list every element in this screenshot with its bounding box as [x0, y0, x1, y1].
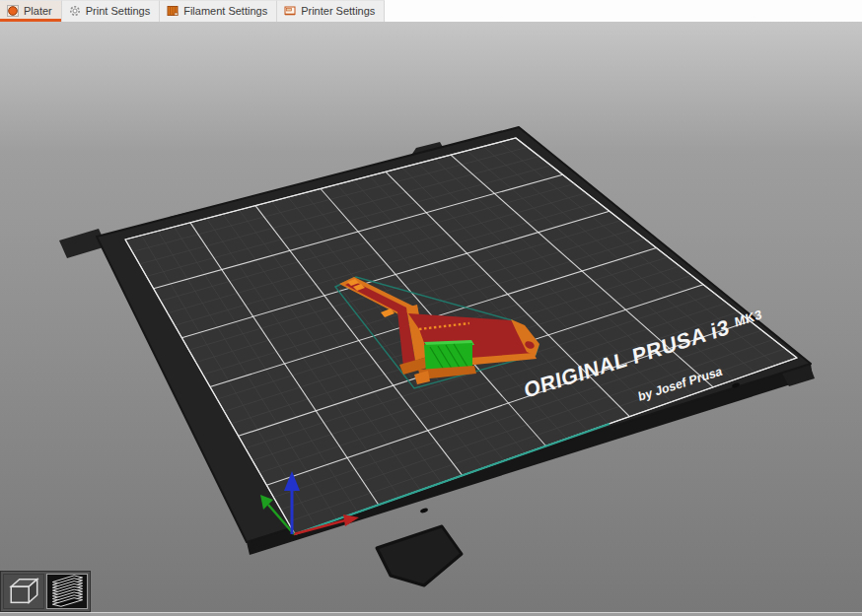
plater-icon — [7, 5, 19, 17]
layers-icon — [47, 575, 87, 608]
tab-bar: Plater Print Settings Fil — [0, 0, 862, 22]
tab-label: Plater — [24, 5, 52, 17]
3d-view-button[interactable] — [3, 574, 44, 609]
tab-print-settings[interactable]: Print Settings — [62, 0, 160, 22]
view-mode-toolbar — [0, 571, 91, 612]
printer-icon — [284, 5, 296, 17]
tab-bar-filler — [385, 0, 862, 22]
tab-plater[interactable]: Plater — [0, 0, 62, 22]
window-bottom-edge — [0, 612, 862, 616]
gear-icon — [69, 5, 81, 17]
tab-printer-settings[interactable]: Printer Settings — [277, 0, 385, 22]
filament-spool-icon — [167, 5, 179, 17]
tab-filament-settings[interactable]: Filament Settings — [160, 0, 277, 22]
cube-icon — [4, 575, 43, 608]
tab-label: Printer Settings — [301, 5, 375, 17]
slicer-window: Plater Print Settings Fil — [0, 0, 862, 616]
tab-label: Print Settings — [86, 5, 150, 17]
tab-label: Filament Settings — [183, 5, 267, 17]
layer-preview-button[interactable] — [46, 574, 88, 609]
plater-3d-viewport[interactable]: ORIGINAL PRUSA i3 MK3 by Josef Prusa — [0, 22, 862, 612]
